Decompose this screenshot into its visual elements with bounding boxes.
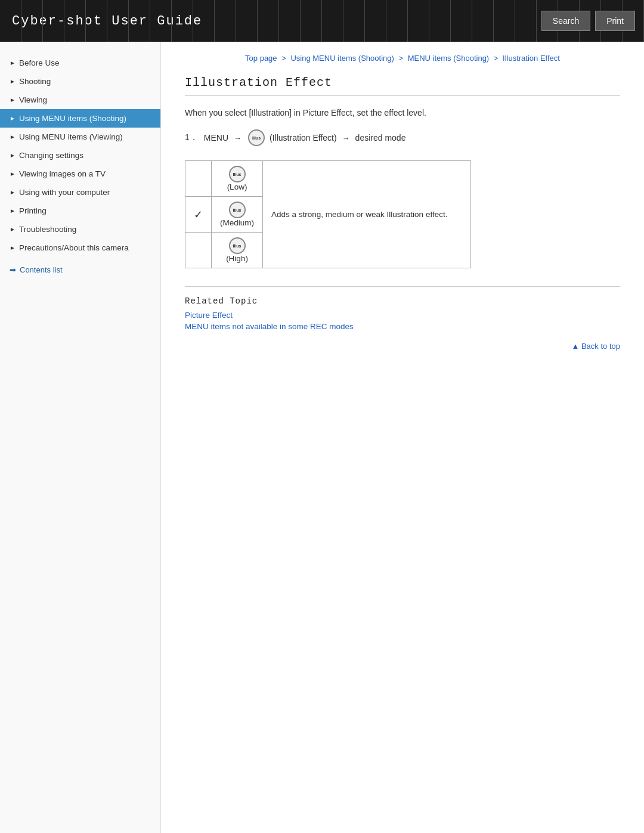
print-button[interactable]: Print	[595, 11, 635, 31]
step-menu-label: MENU	[204, 133, 228, 143]
step-arrow-2: →	[342, 134, 350, 143]
breadcrumb-item-1[interactable]: Using MENU items (Shooting)	[290, 54, 394, 63]
header: Cyber-shot User Guide Search Print	[0, 0, 644, 42]
sidebar-label-troubleshooting: Troubleshooting	[19, 225, 76, 234]
sidebar-item-using-menu-shooting[interactable]: ► Using MENU items (Shooting)	[0, 109, 160, 128]
header-title-area: Cyber-shot User Guide	[0, 0, 532, 42]
related-topic-title: Related Topic	[185, 296, 620, 306]
table-level-high: (High)	[226, 254, 248, 263]
checkmark-icon: ✓	[194, 209, 203, 221]
page-title: Illustration Effect	[185, 76, 620, 96]
step-1: 1． MENU → Illus (Illustration Effect) → …	[185, 129, 620, 146]
breadcrumb-item-3[interactable]: Illustration Effect	[503, 54, 560, 63]
sidebar-item-before-use[interactable]: ► Before Use	[0, 54, 160, 72]
sidebar-item-viewing[interactable]: ► Viewing	[0, 91, 160, 109]
sidebar-arrow-troubleshooting: ►	[10, 226, 16, 233]
sidebar-arrow-before-use: ►	[10, 60, 16, 66]
sidebar-item-precautions[interactable]: ► Precautions/About this camera	[0, 239, 160, 257]
table-check-medium: ✓	[185, 197, 212, 233]
table-check-high	[185, 233, 212, 268]
app-title: Cyber-shot User Guide	[12, 14, 202, 29]
sidebar-item-changing-settings[interactable]: ► Changing settings	[0, 146, 160, 165]
sidebar-label-changing-settings: Changing settings	[19, 151, 83, 160]
sidebar-arrow-viewing-on-tv: ►	[10, 171, 16, 177]
table-row: Illus (Low) Adds a strong, medium or wea…	[185, 161, 471, 197]
contents-list-link[interactable]: ➡ Contents list	[0, 257, 160, 279]
sidebar-item-using-with-computer[interactable]: ► Using with your computer	[0, 183, 160, 202]
sidebar-arrow-printing: ►	[10, 208, 16, 214]
breadcrumb-sep-1: >	[398, 54, 405, 63]
related-link-menu-items-not-available[interactable]: MENU items not available in some REC mod…	[185, 322, 620, 331]
breadcrumb-item-2[interactable]: MENU items (Shooting)	[408, 54, 490, 63]
sidebar-arrow-using-menu-viewing: ►	[10, 134, 16, 140]
sidebar-arrow-precautions: ►	[10, 244, 16, 251]
sidebar-label-using-menu-shooting: Using MENU items (Shooting)	[19, 114, 126, 123]
sidebar-label-printing: Printing	[19, 206, 47, 215]
sidebar-arrow-shooting: ►	[10, 78, 16, 85]
breadcrumb-sep-0: >	[281, 54, 288, 63]
sidebar-item-viewing-on-tv[interactable]: ► Viewing images on a TV	[0, 165, 160, 183]
breadcrumb: Top page > Using MENU items (Shooting) >…	[185, 54, 620, 63]
back-to-top[interactable]: ▲ Back to top	[185, 333, 620, 355]
illustration-effect-table: Illus (Low) Adds a strong, medium or wea…	[185, 160, 471, 268]
sidebar-arrow-changing-settings: ►	[10, 152, 16, 159]
table-level-medium: (Medium)	[220, 218, 254, 227]
table-level-low: (Low)	[227, 182, 247, 191]
sidebar: ► Before Use ► Shooting ► Viewing ► Usin…	[0, 42, 161, 833]
contents-arrow-icon: ➡	[10, 265, 16, 274]
step-number: 1．	[185, 132, 198, 143]
sidebar-label-using-menu-viewing: Using MENU items (Viewing)	[19, 132, 123, 141]
related-link-picture-effect[interactable]: Picture Effect	[185, 311, 620, 320]
step-effect-label: (Illustration Effect)	[270, 133, 337, 143]
illustration-effect-icon: Illus	[248, 129, 265, 146]
step-arrow-1: →	[234, 134, 242, 143]
breadcrumb-sep-2: >	[494, 54, 500, 63]
sidebar-item-printing[interactable]: ► Printing	[0, 202, 160, 220]
sidebar-label-viewing: Viewing	[19, 95, 47, 104]
sidebar-label-shooting: Shooting	[19, 77, 51, 86]
sidebar-item-using-menu-viewing[interactable]: ► Using MENU items (Viewing)	[0, 128, 160, 146]
icon-high: Illus	[229, 237, 246, 254]
search-button[interactable]: Search	[541, 11, 590, 31]
sidebar-arrow-using-menu-shooting: ►	[10, 115, 16, 122]
sidebar-label-before-use: Before Use	[19, 58, 60, 67]
table-icon-high: Illus (High)	[212, 233, 263, 268]
sidebar-item-shooting[interactable]: ► Shooting	[0, 72, 160, 91]
sidebar-label-precautions: Precautions/About this camera	[19, 243, 129, 252]
page-description: When you select [Illustration] in Pictur…	[185, 108, 620, 117]
sidebar-arrow-using-with-computer: ►	[10, 189, 16, 196]
step-desired-mode: desired mode	[355, 133, 406, 143]
related-topic-section: Related Topic Picture Effect MENU items …	[185, 286, 620, 331]
sidebar-item-troubleshooting[interactable]: ► Troubleshooting	[0, 220, 160, 239]
main-layout: ► Before Use ► Shooting ► Viewing ► Usin…	[0, 42, 644, 833]
main-content: Top page > Using MENU items (Shooting) >…	[161, 42, 644, 833]
sidebar-label-using-with-computer: Using with your computer	[19, 188, 110, 197]
table-icon-medium: Illus (Medium)	[212, 197, 263, 233]
sidebar-label-viewing-on-tv: Viewing images on a TV	[19, 169, 106, 178]
header-buttons: Search Print	[532, 0, 644, 42]
table-icon-low: Illus (Low)	[212, 161, 263, 197]
breadcrumb-item-0[interactable]: Top page	[245, 54, 277, 63]
table-check-low	[185, 161, 212, 197]
table-description: Adds a strong, medium or weak Illustrati…	[263, 161, 471, 268]
sidebar-arrow-viewing: ►	[10, 97, 16, 103]
icon-low: Illus	[229, 166, 246, 182]
icon-medium: Illus	[229, 202, 246, 218]
contents-list-label: Contents list	[20, 265, 63, 274]
